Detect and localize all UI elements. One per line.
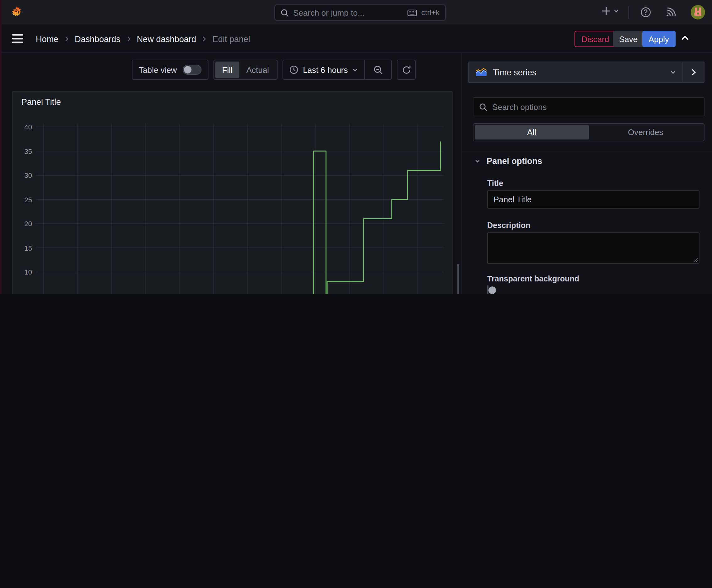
table-view-label: Table view [139, 65, 177, 75]
options-sidebar: Time series Search options All Overrides [461, 53, 712, 294]
section-divider [462, 151, 712, 151]
news-rss-icon[interactable] [666, 7, 676, 17]
table-view-toggle[interactable] [182, 65, 201, 75]
zoom-out-icon[interactable] [365, 60, 391, 79]
global-search-input[interactable]: Search or jump to... ctrl+k [274, 4, 446, 21]
table-view-toggle-group: Table view [132, 60, 208, 80]
time-range-picker[interactable]: Last 6 hours [283, 60, 364, 79]
options-tab-all[interactable]: All [475, 125, 589, 140]
breadcrumb: Home Dashboards New dashboard Edit panel [36, 25, 250, 53]
title-label: Title [487, 179, 503, 188]
panel-options-header-label: Panel options [487, 156, 542, 166]
panel-title: Panel Title [21, 97, 61, 107]
clock-icon [290, 65, 299, 74]
visualization-bar: Time series [468, 62, 705, 83]
help-icon[interactable] [641, 7, 651, 18]
breadcrumb-dashboards[interactable]: Dashboards [75, 34, 121, 44]
transparent-background-label: Transparent background [487, 275, 579, 283]
breadcrumb-home[interactable]: Home [36, 34, 58, 44]
grafana-logo-icon[interactable] [9, 5, 24, 20]
panel-toolbar: Table view Fill Actual Last 6 hours [132, 60, 416, 80]
vertical-scrollbar[interactable] [457, 264, 459, 294]
time-range-group: Last 6 hours [283, 60, 392, 80]
search-icon [281, 8, 289, 17]
save-button[interactable]: Save [613, 31, 644, 47]
search-placeholder: Search or jump to... [293, 8, 403, 17]
top-nav-bar: Search or jump to... ctrl+k [0, 0, 712, 25]
search-shortcut: ctrl+k [421, 8, 439, 17]
display-fill-option[interactable]: Fill [215, 62, 239, 78]
options-tab-overrides[interactable]: Overrides [589, 125, 703, 140]
chevron-down-icon [613, 8, 619, 14]
resize-handle-icon[interactable] [693, 257, 698, 262]
y-axis-labels: 0510152025303540 [13, 124, 32, 294]
display-mode-group: Fill Actual [213, 60, 278, 80]
breadcrumb-new-dashboard[interactable]: New dashboard [137, 34, 196, 44]
topbar-divider [628, 6, 629, 19]
timeseries-viz-icon [475, 68, 487, 77]
display-actual-option[interactable]: Actual [239, 62, 276, 78]
chevron-down-icon [475, 158, 480, 164]
time-range-label: Last 6 hours [303, 65, 348, 75]
breadcrumb-edit-panel: Edit panel [213, 34, 250, 44]
header-divider [674, 32, 674, 46]
chevron-down-icon [670, 69, 676, 76]
description-textarea[interactable] [487, 232, 699, 264]
panel-title-input[interactable] [487, 190, 699, 209]
keyboard-icon [408, 9, 417, 16]
search-icon [479, 103, 487, 111]
collapse-options-chevron-icon[interactable] [683, 62, 704, 82]
user-avatar[interactable] [691, 5, 705, 19]
collapse-header-chevron-up-icon[interactable] [681, 35, 689, 42]
window-edge-strip [0, 0, 2, 294]
chevron-right-icon [202, 36, 207, 42]
visualization-picker[interactable]: Time series [469, 62, 683, 82]
edit-panel-left-area: Table view Fill Actual Last 6 hours [0, 53, 461, 294]
search-options-placeholder: Search options [492, 102, 546, 111]
menu-hamburger-icon[interactable] [12, 34, 23, 43]
description-label: Description [487, 221, 531, 230]
plus-icon [602, 6, 611, 16]
transparent-background-toggle[interactable] [487, 285, 489, 294]
panel-options-header[interactable]: Panel options [475, 156, 542, 166]
grafana-edit-panel-screen: Search or jump to... ctrl+k [0, 0, 712, 294]
apply-button[interactable]: Apply [642, 31, 675, 47]
discard-button[interactable]: Discard [575, 31, 616, 47]
time-series-plot[interactable] [36, 124, 444, 294]
new-menu-button[interactable] [602, 6, 619, 16]
visualization-name: Time series [493, 67, 664, 77]
chevron-right-icon [64, 36, 69, 42]
panel-preview-card: Panel Title 0510152025303540 15:3016:001… [12, 91, 453, 294]
chevron-right-icon [126, 36, 131, 42]
refresh-icon[interactable] [397, 60, 416, 80]
search-options-input[interactable]: Search options [473, 97, 705, 116]
breadcrumb-bar: Home Dashboards New dashboard Edit panel… [0, 25, 712, 53]
chevron-down-icon [352, 67, 358, 72]
options-tabs: All Overrides [473, 123, 705, 141]
